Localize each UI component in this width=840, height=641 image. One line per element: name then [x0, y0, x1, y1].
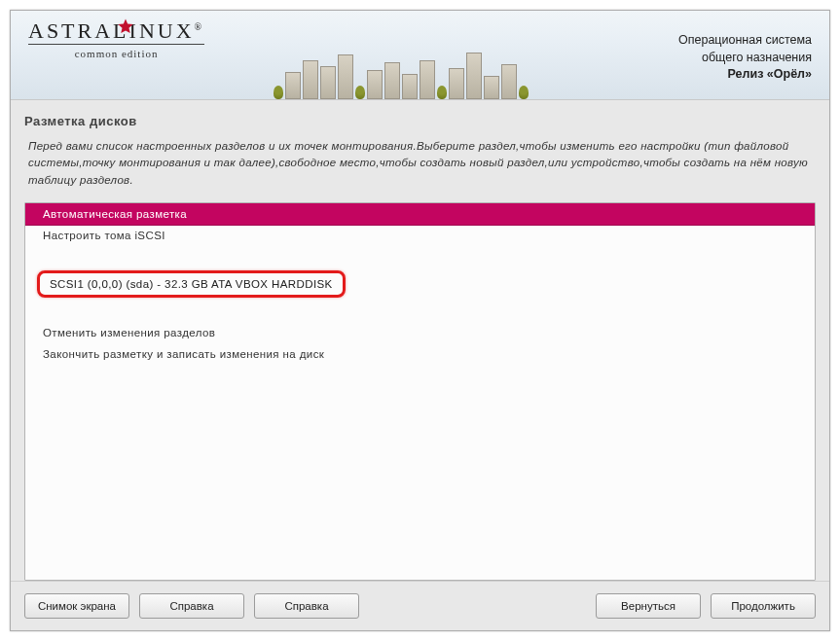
button-bar: Снимок экрана Справка Справка Вернуться …	[11, 581, 829, 630]
option-configure-iscsi[interactable]: Настроить тома iSCSI	[25, 225, 815, 246]
brand-edition: common edition	[75, 48, 159, 59]
spacer	[25, 246, 815, 267]
main-content: Разметка дисков Перед вами список настро…	[11, 100, 829, 581]
spacer	[25, 301, 815, 322]
disk-row: SCSI1 (0,0,0) (sda) - 32.3 GB ATA VBOX H…	[25, 267, 815, 301]
instructions-text: Перед вами список настроенных разделов и…	[24, 138, 816, 202]
release-info: Операционная система общего назначения Р…	[678, 18, 812, 84]
option-undo-changes[interactable]: Отменить изменения разделов	[25, 322, 815, 343]
partition-list: Автоматическая разметка Настроить тома i…	[24, 202, 816, 581]
option-finish-partitioning[interactable]: Закончить разметку и записать изменения …	[25, 343, 815, 365]
disk-sda[interactable]: SCSI1 (0,0,0) (sda) - 32.3 GB ATA VBOX H…	[37, 270, 346, 298]
release-name: Релиз «Орёл»	[678, 66, 812, 84]
installer-window: Astralinux® common edition Операционная …	[10, 10, 830, 631]
back-button[interactable]: Вернуться	[596, 593, 701, 619]
page-title: Разметка дисков	[24, 110, 816, 138]
option-auto-partition[interactable]: Автоматическая разметка	[25, 203, 815, 225]
brand-block: Astralinux® common edition	[28, 18, 204, 60]
brand-edition-line: common edition	[28, 44, 204, 60]
spacer	[369, 593, 586, 619]
help-button-2[interactable]: Справка	[254, 593, 359, 619]
os-line-1: Операционная система	[678, 32, 812, 50]
city-illustration	[215, 49, 586, 99]
screenshot-button[interactable]: Снимок экрана	[24, 593, 129, 619]
continue-button[interactable]: Продолжить	[711, 593, 816, 619]
os-line-2: общего назначения	[678, 50, 812, 67]
help-button[interactable]: Справка	[139, 593, 244, 619]
header-banner: Astralinux® common edition Операционная …	[11, 11, 829, 100]
